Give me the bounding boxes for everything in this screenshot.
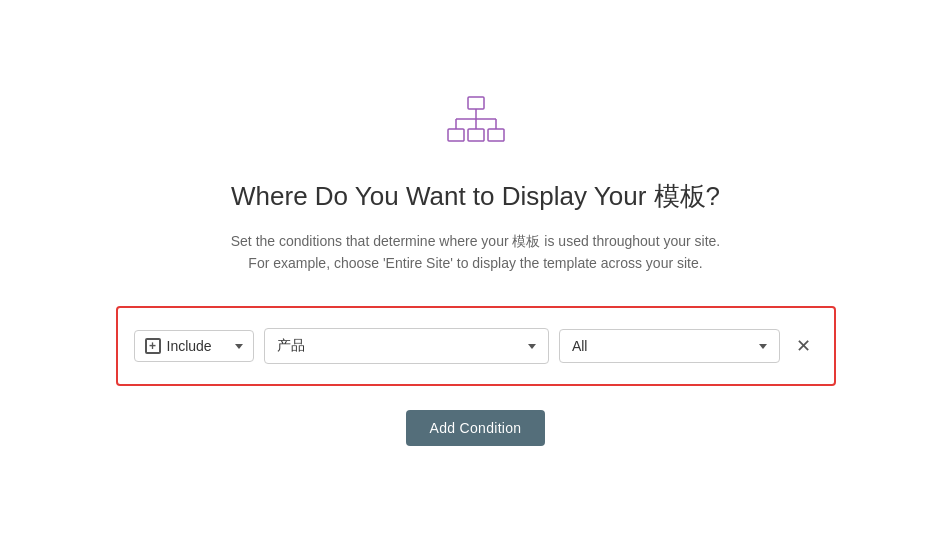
condition-box: Include 产品 All ✕ bbox=[116, 306, 836, 386]
page-subtitle: Set the conditions that determine where … bbox=[231, 230, 721, 275]
svg-rect-6 bbox=[448, 129, 464, 141]
main-container: Where Do You Want to Display Your 模板? Se… bbox=[96, 75, 856, 467]
all-chevron-icon bbox=[759, 344, 767, 349]
chevron-down-icon bbox=[235, 344, 243, 349]
condition-row: Include 产品 All ✕ bbox=[134, 328, 818, 364]
all-select[interactable]: All bbox=[559, 329, 780, 363]
product-select[interactable]: 产品 bbox=[264, 328, 549, 364]
hierarchy-icon bbox=[446, 95, 506, 151]
product-chevron-icon bbox=[528, 344, 536, 349]
plus-icon bbox=[145, 338, 161, 354]
svg-rect-7 bbox=[468, 129, 484, 141]
svg-rect-8 bbox=[488, 129, 504, 141]
all-value: All bbox=[572, 338, 588, 354]
product-value: 产品 bbox=[277, 337, 305, 355]
svg-rect-0 bbox=[468, 97, 484, 109]
include-dropdown[interactable]: Include bbox=[134, 330, 254, 362]
add-condition-button[interactable]: Add Condition bbox=[406, 410, 546, 446]
remove-condition-button[interactable]: ✕ bbox=[790, 332, 818, 360]
page-title: Where Do You Want to Display Your 模板? bbox=[231, 179, 720, 214]
include-label: Include bbox=[167, 338, 229, 354]
close-icon: ✕ bbox=[796, 335, 811, 357]
